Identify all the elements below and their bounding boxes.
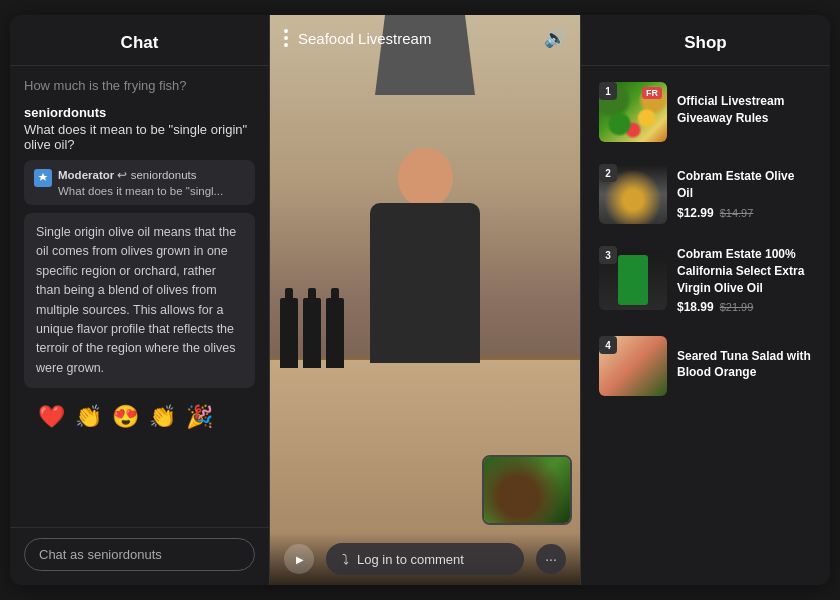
item-info-1: Official Livestream Giveaway Rules xyxy=(677,93,812,131)
shop-item-4[interactable]: 4 Seared Tuna Salad with Blood Orange xyxy=(593,328,818,404)
video-controls: ⤵ Log in to comment ··· xyxy=(270,533,580,585)
video-more-button[interactable]: ··· xyxy=(536,544,566,574)
bottle-row xyxy=(280,298,344,368)
chat-user-question: What does it mean to be "single origin" … xyxy=(24,122,255,152)
chat-input-area: Chat as seniordonuts xyxy=(10,527,269,585)
video-thumbnail-overlay[interactable] xyxy=(482,455,572,525)
item-info-4: Seared Tuna Salad with Blood Orange xyxy=(677,348,812,386)
shop-item-3[interactable]: 3 Cobram Estate 100% California Select E… xyxy=(593,238,818,322)
app-container: Chat How much is the frying fish? senior… xyxy=(10,15,830,585)
video-background xyxy=(270,15,580,585)
bottle-2 xyxy=(303,298,321,368)
chat-username: seniordonuts xyxy=(24,105,255,120)
chat-panel: Chat How much is the frying fish? senior… xyxy=(10,15,270,585)
moderator-preview: What does it mean to be "singl... xyxy=(58,185,245,197)
reaction-heart[interactable]: ❤️ xyxy=(38,404,65,430)
item-number-3: 3 xyxy=(599,246,617,264)
free-badge: FR xyxy=(642,87,662,99)
item-old-price-3: $21.99 xyxy=(720,301,754,313)
person-silhouette xyxy=(365,148,485,368)
item-number-2: 2 xyxy=(599,164,617,182)
item-name-1: Official Livestream Giveaway Rules xyxy=(677,93,812,127)
moderator-label: Moderator xyxy=(58,169,114,181)
shop-header: Shop xyxy=(581,15,830,66)
person-head xyxy=(398,148,453,208)
item-price-3: $18.99 xyxy=(677,300,714,314)
item-old-price-2: $14.97 xyxy=(720,207,754,219)
item-name-4: Seared Tuna Salad with Blood Orange xyxy=(677,348,812,382)
item-number-1: 1 xyxy=(599,82,617,100)
moderator-reply-to: seniordonuts xyxy=(131,169,197,181)
person-body xyxy=(370,203,480,363)
chat-messages: How much is the frying fish? seniordonut… xyxy=(10,66,269,527)
item-prices-2: $12.99 $14.97 xyxy=(677,206,812,220)
bottle-1 xyxy=(280,298,298,368)
item-name-2: Cobram Estate Olive Oil xyxy=(677,168,812,202)
item-number-4: 4 xyxy=(599,336,617,354)
item-prices-3: $18.99 $21.99 xyxy=(677,300,812,314)
shop-panel: Shop 1 FR Official Livestream Giveaway R… xyxy=(580,15,830,585)
chat-input[interactable]: Chat as seniordonuts xyxy=(24,538,255,571)
shop-item-1[interactable]: 1 FR Official Livestream Giveaway Rules xyxy=(593,74,818,150)
chat-header: Chat xyxy=(10,15,269,66)
bottle-3 xyxy=(326,298,344,368)
moderator-header: Moderator ↩ seniordonuts xyxy=(58,168,245,182)
moderator-box: Moderator ↩ seniordonuts What does it me… xyxy=(24,160,255,205)
item-name-3: Cobram Estate 100% California Select Ext… xyxy=(677,246,812,296)
chat-user-message: seniordonuts What does it mean to be "si… xyxy=(24,105,255,152)
item-price-2: $12.99 xyxy=(677,206,714,220)
moderator-content: Moderator ↩ seniordonuts What does it me… xyxy=(58,168,245,197)
reaction-clap-1[interactable]: 👏 xyxy=(75,404,102,430)
volume-icon[interactable]: 🔊 xyxy=(544,27,566,49)
item-info-2: Cobram Estate Olive Oil $12.99 $14.97 xyxy=(677,168,812,220)
kitchen-scene xyxy=(270,15,580,585)
login-to-comment-button[interactable]: ⤵ Log in to comment xyxy=(326,543,524,575)
video-title: Seafood Livestream xyxy=(298,30,534,47)
play-button[interactable] xyxy=(284,544,314,574)
reaction-heart-eyes[interactable]: 😍 xyxy=(112,404,139,430)
more-options-icon[interactable] xyxy=(284,29,288,47)
chat-answer-box: Single origin olive oil means that the o… xyxy=(24,213,255,388)
reaction-party[interactable]: 🎉 xyxy=(186,404,213,430)
login-icon: ⤵ xyxy=(342,551,349,567)
chat-reactions: ❤️ 👏 😍 👏 🎉 xyxy=(24,396,255,438)
video-panel: Seafood Livestream 🔊 xyxy=(270,15,580,585)
shop-items-list: 1 FR Official Livestream Giveaway Rules … xyxy=(581,66,830,585)
chat-faded-message: How much is the frying fish? xyxy=(24,78,255,93)
item-info-3: Cobram Estate 100% California Select Ext… xyxy=(677,246,812,314)
thumbnail-image xyxy=(484,457,570,523)
login-label: Log in to comment xyxy=(357,552,464,567)
video-topbar: Seafood Livestream 🔊 xyxy=(270,15,580,57)
reaction-clap-2[interactable]: 👏 xyxy=(149,404,176,430)
moderator-reply-arrow: ↩ xyxy=(117,169,130,181)
moderator-icon xyxy=(34,169,52,187)
shop-item-2[interactable]: 2 Cobram Estate Olive Oil $12.99 $14.97 xyxy=(593,156,818,232)
